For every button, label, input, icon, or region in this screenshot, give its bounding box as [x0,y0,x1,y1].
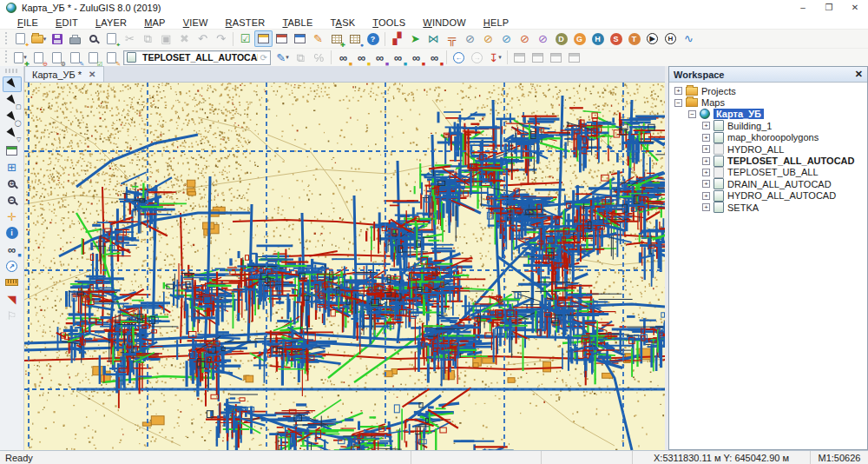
flag-off-tool[interactable]: ⚐ [3,308,22,323]
legend-window-button[interactable] [273,30,291,47]
layers-dialog-button[interactable]: ☑ [236,30,254,47]
tree-item-hydro_all_autocad[interactable]: +HYDRO_ALL_AUTOCAD [669,190,867,202]
tree-expander[interactable]: + [702,180,710,188]
tree-item-maps[interactable]: −Maps [669,96,867,108]
workspace-close-button[interactable]: ✕ [855,69,863,80]
module-s-badge[interactable]: S [607,30,625,47]
find-address-button[interactable]: ∞■ [425,50,444,66]
info-tool[interactable]: i [3,225,22,241]
open-project-button[interactable]: ▾ [30,30,48,47]
select-tool[interactable] [3,76,22,92]
start-calculation-button[interactable]: ▶ [643,30,661,47]
zoom-in-tool[interactable]: + [3,176,22,191]
module-d-badge[interactable]: D [552,30,570,47]
verify-layer-button[interactable]: ☑ [84,50,102,66]
tree-item-building_1[interactable]: +Building_1 [669,120,867,131]
tree-expander[interactable]: + [674,87,682,95]
mode-switching-icon[interactable]: ⊘ [534,30,552,47]
find-layer-button[interactable]: ∞■ [371,50,389,66]
tree-item-projects[interactable]: +Projects [669,85,867,96]
tree-item-teploset_all_autocad[interactable]: +TEPLOSET_ALL_AUTOCAD [669,155,867,166]
tree-expander[interactable]: + [702,122,710,129]
delete-button[interactable]: ✖ [175,30,194,47]
mode-adjustment-icon[interactable]: ⊘ [479,30,497,47]
tree-expander[interactable]: + [702,157,710,165]
menu-map[interactable]: MAP [135,17,174,28]
pan-tool[interactable]: ✛ [3,209,22,224]
move-object-to-layer-button[interactable] [510,50,529,66]
tree-item-teploset_ub_all[interactable]: +TEPLOSET_UB_ALL [669,167,867,178]
overview-map-tool[interactable] [3,143,22,158]
redo-button[interactable]: ↷ [212,30,230,47]
menu-help[interactable]: HELP [475,17,518,28]
close-tab-button[interactable]: ✕ [89,70,95,79]
active-layer-combobox[interactable]: TEPLOSET_ALL_AUTOCAD⟳ [123,50,271,65]
select-rect-tool[interactable]: ▢ [3,93,22,109]
menu-task[interactable]: TASK [321,17,364,28]
workspace-header[interactable]: Workspace ✕ [669,67,867,83]
menu-window[interactable]: WINDOW [414,17,474,28]
back-button[interactable]: ← [450,50,468,66]
module-h-badge[interactable]: H [589,30,607,47]
copy-style-button[interactable]: ⧉ [292,50,310,66]
map-window-button[interactable] [254,30,273,47]
menu-view[interactable]: VIEW [174,17,217,28]
percent-style-button[interactable]: ℅ [310,50,328,66]
print-button[interactable] [66,30,84,47]
add-table-button[interactable]: ✚ [327,30,345,47]
new-map-window-button[interactable] [291,30,309,47]
menu-tools[interactable]: TOOLS [364,17,414,28]
piezometric-chart-button[interactable]: ∿ [680,30,698,47]
query-table-button[interactable]: ● [345,30,364,47]
repeat-calculation-button[interactable]: H [661,30,680,47]
close-button[interactable]: ✕ [842,0,868,16]
find-object-button[interactable]: ∞■ [334,50,352,66]
find-in-folder-button[interactable]: ∞■ [352,50,371,66]
paste-button[interactable]: ▣ [157,30,175,47]
tree-expander[interactable]: + [702,134,710,142]
style-editor-button[interactable]: ✎ [309,30,327,47]
net-topology-icon[interactable]: ▞ [388,30,406,47]
menu-table[interactable]: TABLE [273,17,321,28]
edit-layer-button[interactable]: ✎ [66,50,84,66]
forward-button[interactable]: → [468,50,486,66]
net-flow-icon[interactable]: ➤ [406,30,424,47]
goto-tool[interactable]: ↗ [3,258,22,274]
tree-expander[interactable]: + [702,203,710,211]
zoom-out-tool[interactable]: − [3,192,22,208]
select-circle-tool[interactable]: ◯ [3,109,22,125]
net-valve-icon[interactable]: ⋈ [424,30,443,47]
copy-button[interactable]: ⧉ [139,30,157,47]
tree-item-карта_уб[interactable]: −Карта_УБ [669,109,867,120]
module-g-badge[interactable]: G [570,30,589,47]
new-document-button[interactable]: ✦ [11,30,30,47]
tree-item-setka[interactable]: +SETKA [669,202,867,213]
mode-hydraulics-icon[interactable]: ⊘ [461,30,479,47]
tree-expander[interactable]: − [674,99,682,107]
tree-item-hydro_all[interactable]: +HYDRO_ALL [669,143,867,155]
edit-object-button[interactable]: ✎ [102,50,121,66]
copy-object-to-layer-button[interactable] [529,50,547,66]
tree-expander[interactable]: + [702,192,710,200]
apply-style-button[interactable]: ✎▾ [273,50,292,66]
tree-item-drain_all_autocad[interactable]: +DRAIN_ALL_AUTOCAD [669,178,867,189]
select-poly-tool[interactable]: ▽ [3,126,22,142]
minimize-button[interactable]: – [790,0,816,16]
pan-window-tool[interactable]: ⊞ [3,159,22,175]
print-preview-button[interactable] [84,30,102,47]
net-switch-icon[interactable]: ╦ [443,30,461,47]
bookmark-pin-button[interactable]: ↧▾ [486,50,504,66]
map-tab[interactable]: Карта_УБ * ✕ [24,66,104,82]
tree-expander[interactable]: − [688,110,696,118]
find-area-button[interactable]: ∞■ [389,50,407,66]
help-button[interactable]: ? [364,30,382,47]
tree-item-map_khoroopolygons[interactable]: +map_khoroopolygons [669,132,867,143]
mode-verification-icon[interactable]: ⊘ [497,30,516,47]
save-button[interactable] [48,30,66,47]
find-info-tool[interactable]: ∞■ [3,242,22,257]
clear-search-button[interactable]: ∞■ [407,50,425,66]
add-layer-button[interactable]: ✚▾ [11,50,30,66]
menu-layer[interactable]: LAYER [87,17,135,28]
menu-raster[interactable]: RASTER [217,17,274,28]
import-image-button[interactable]: ✦ [102,30,121,47]
